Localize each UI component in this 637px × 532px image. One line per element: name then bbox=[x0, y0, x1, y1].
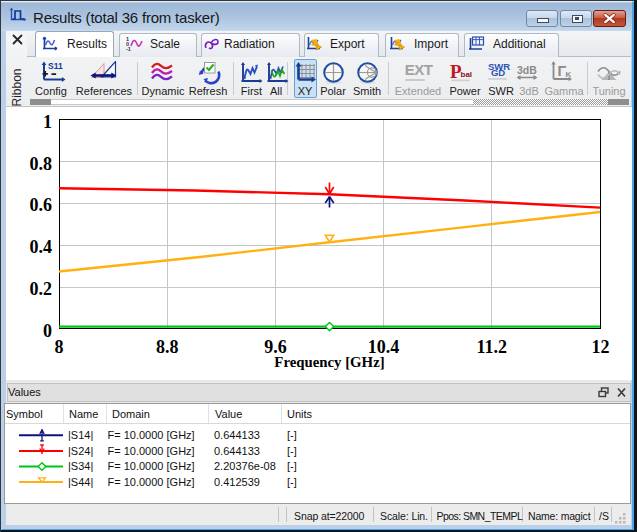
svg-text:GD: GD bbox=[491, 67, 505, 78]
svg-text:1: 1 bbox=[43, 112, 52, 132]
svg-text:EXT: EXT bbox=[405, 63, 433, 78]
svg-text:12: 12 bbox=[592, 337, 610, 357]
svg-text:11.2: 11.2 bbox=[477, 337, 508, 357]
svg-text:0.2: 0.2 bbox=[30, 279, 53, 299]
svg-text:S11: S11 bbox=[48, 61, 63, 71]
svg-text:3dB: 3dB bbox=[517, 64, 537, 76]
svg-text:0.6: 0.6 bbox=[30, 195, 53, 215]
svg-text:-1: -1 bbox=[126, 46, 131, 52]
svg-text:Frequency [GHz]: Frequency [GHz] bbox=[274, 354, 384, 370]
svg-text:0.4: 0.4 bbox=[30, 237, 53, 257]
svg-text:K: K bbox=[566, 70, 572, 79]
svg-text:8.8: 8.8 bbox=[156, 337, 179, 357]
svg-text:0.8: 0.8 bbox=[30, 154, 53, 174]
svg-text:0: 0 bbox=[43, 321, 52, 341]
svg-text:bal: bal bbox=[461, 70, 473, 79]
svg-text:8: 8 bbox=[55, 337, 64, 357]
